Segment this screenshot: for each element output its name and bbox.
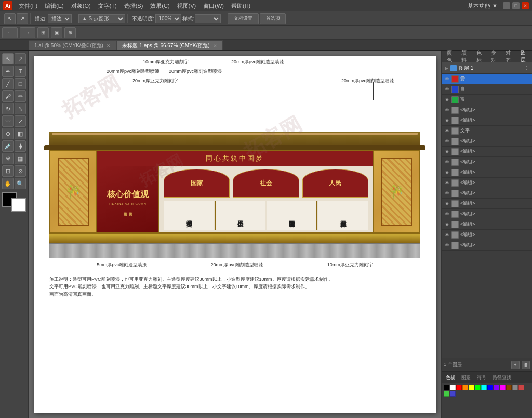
warp-tool[interactable]: 〰 bbox=[2, 115, 14, 127]
delete-layer-button[interactable]: 🗑 bbox=[522, 361, 530, 369]
layer-item-group9[interactable]: 👁 <编组> bbox=[442, 199, 532, 209]
menu-view[interactable]: 视图(V) bbox=[174, 1, 200, 11]
swatch-gray[interactable] bbox=[512, 385, 518, 390]
swatch-yellow[interactable] bbox=[469, 385, 474, 390]
free-transform[interactable]: ⤢ bbox=[15, 115, 26, 127]
cp-tab-swatches[interactable]: 色板 bbox=[444, 373, 457, 382]
selection-tool[interactable]: ↖ bbox=[4, 13, 16, 24]
opacity-select[interactable]: 100% bbox=[155, 14, 181, 23]
prefs-button[interactable]: 首选项 bbox=[260, 13, 286, 24]
layer-item-group8[interactable]: 👁 <编组> bbox=[442, 188, 532, 199]
tb2-btn4[interactable]: ▣ bbox=[51, 27, 62, 38]
brush-tool[interactable]: 🖌 bbox=[2, 90, 14, 102]
menu-effect[interactable]: 效果(C) bbox=[147, 1, 172, 11]
layer-visibility-toggle[interactable]: 👁 bbox=[444, 242, 450, 249]
scale-tool[interactable]: ⤡ bbox=[15, 103, 26, 114]
layer-visibility-toggle[interactable]: 👁 bbox=[444, 86, 450, 93]
layer-visibility-toggle[interactable]: 👁 bbox=[444, 107, 450, 113]
pencil-tool[interactable]: ✏ bbox=[15, 90, 26, 102]
tb2-btn5[interactable]: ⊕ bbox=[64, 27, 76, 38]
cp-tab-pattern[interactable]: 图案 bbox=[459, 373, 473, 382]
layer-expand-icon[interactable]: ▶ bbox=[445, 66, 448, 71]
layer-visibility-toggle[interactable]: 👁 bbox=[444, 169, 450, 176]
shape-builder[interactable]: ⊕ bbox=[2, 128, 14, 139]
layer-visibility-toggle[interactable]: 👁 bbox=[444, 76, 450, 82]
eyedropper-tool[interactable]: 💉 bbox=[2, 140, 14, 152]
swatch-blue[interactable] bbox=[487, 385, 493, 390]
layer-item-fu[interactable]: 👁 富 bbox=[442, 95, 532, 105]
layer-visibility-toggle[interactable]: 👁 bbox=[444, 190, 450, 197]
swatch-orange[interactable] bbox=[462, 385, 468, 390]
layer-item-group12[interactable]: 👁 <编组> bbox=[442, 230, 532, 240]
shape-select[interactable]: ▲ S 点圆形 bbox=[78, 14, 125, 23]
tab-2-close[interactable]: ✕ bbox=[213, 43, 217, 48]
hand-tool[interactable]: ✋ bbox=[2, 178, 14, 189]
cp-tab-pathfinder[interactable]: 路径查找 bbox=[490, 373, 513, 382]
zoom-tool[interactable]: 🔍 bbox=[15, 178, 26, 189]
layer-visibility-toggle[interactable]: 👁 bbox=[444, 149, 450, 155]
swatch-brown[interactable] bbox=[506, 385, 512, 390]
swatch-white[interactable] bbox=[450, 385, 456, 390]
layer-item-group3[interactable]: 👁 <编组> bbox=[442, 136, 532, 147]
tb2-btn1[interactable]: ← bbox=[2, 27, 18, 38]
artboard-tool[interactable]: ⊡ bbox=[2, 165, 14, 177]
blend-tool[interactable]: ⧫ bbox=[15, 140, 26, 152]
tb2-btn3[interactable]: ⊞ bbox=[37, 27, 49, 38]
layer-item-zi[interactable]: 👁 自 bbox=[442, 84, 532, 95]
column-graph[interactable]: ▦ bbox=[15, 153, 26, 164]
rect-tool[interactable]: □ bbox=[15, 78, 26, 89]
new-layer-button[interactable]: + bbox=[511, 361, 520, 369]
layer-item-group2[interactable]: 👁 <编组> bbox=[442, 115, 532, 126]
style-select[interactable] bbox=[195, 14, 221, 23]
canvas-area[interactable]: 拓客网 拓客网 拓客网 10mm厚亚克力雕刻字 20mm厚pvc雕刻造型喷漆 2… bbox=[29, 51, 441, 418]
swatch-red[interactable] bbox=[456, 385, 462, 390]
layer-options-icon[interactable]: ⋮ bbox=[524, 66, 529, 71]
workspace-selector[interactable]: 基本功能 ▼ bbox=[464, 1, 501, 11]
layer-item-wenzi[interactable]: 👁 文字 bbox=[442, 126, 532, 136]
layer-item-group11[interactable]: 👁 <编组> bbox=[442, 219, 532, 230]
menu-window[interactable]: 窗口(W) bbox=[200, 1, 227, 11]
menu-type[interactable]: 文字(T) bbox=[95, 1, 120, 11]
layer-visibility-toggle[interactable]: 👁 bbox=[444, 138, 450, 145]
layer-item-group6[interactable]: 👁 <编组> bbox=[442, 167, 532, 178]
slice-tool[interactable]: ⊘ bbox=[15, 165, 26, 177]
layer-visibility-toggle[interactable]: 👁 bbox=[444, 232, 450, 238]
swatch-purple[interactable] bbox=[494, 385, 499, 390]
minimize-button[interactable]: — bbox=[503, 2, 510, 9]
layer-item-group13[interactable]: 👁 <编组> bbox=[442, 240, 532, 251]
layer-item-group1[interactable]: 👁 <编组> bbox=[442, 105, 532, 115]
background-color[interactable] bbox=[11, 198, 26, 212]
select-tool[interactable]: ↖ bbox=[2, 53, 14, 64]
layer-item-group5[interactable]: 👁 <编组> bbox=[442, 157, 532, 167]
layer-visibility-toggle[interactable]: 👁 bbox=[444, 159, 450, 165]
tab-1-close[interactable]: ✕ bbox=[107, 43, 111, 48]
menu-select[interactable]: 选择(S) bbox=[121, 1, 147, 11]
close-button[interactable]: ✕ bbox=[522, 2, 529, 9]
layer-visibility-toggle[interactable]: 👁 bbox=[444, 97, 450, 103]
swatch-black[interactable] bbox=[444, 385, 449, 390]
layer-visibility-toggle[interactable]: 👁 bbox=[444, 211, 450, 217]
layer-item-group7[interactable]: 👁 <编组> bbox=[442, 178, 532, 188]
pen-tool[interactable]: ✒ bbox=[2, 66, 14, 77]
menu-file[interactable]: 文件(F) bbox=[16, 1, 41, 11]
tb2-btn2[interactable]: → bbox=[20, 27, 35, 38]
layer-visibility-toggle[interactable]: 👁 bbox=[444, 128, 450, 134]
direct-selection-tool[interactable]: ↗ bbox=[17, 13, 28, 24]
maximize-button[interactable]: □ bbox=[512, 2, 520, 9]
layer-item-ai[interactable]: 👁 爱 bbox=[442, 74, 532, 84]
layer-visibility-toggle[interactable]: 👁 bbox=[444, 117, 450, 124]
line-tool[interactable]: ╱ bbox=[2, 78, 14, 89]
tab-1[interactable]: 1.ai @ 50% (CMYK/叠印预览) ✕ bbox=[29, 40, 116, 50]
swatch-lightred[interactable] bbox=[518, 385, 524, 390]
swatch-lightgreen[interactable] bbox=[444, 391, 449, 397]
menu-help[interactable]: 帮助(H) bbox=[228, 1, 254, 11]
stroke-select[interactable]: 描边 bbox=[48, 14, 72, 23]
rotate-tool[interactable]: ↻ bbox=[2, 103, 14, 114]
type-tool[interactable]: T bbox=[15, 66, 26, 77]
cp-tab-symbol[interactable]: 符号 bbox=[475, 373, 488, 382]
layer-item-group4[interactable]: 👁 <编组> bbox=[442, 147, 532, 157]
layer-item-group10[interactable]: 👁 <编组> bbox=[442, 209, 532, 219]
direct-select-tool[interactable]: ↗ bbox=[15, 53, 26, 64]
gradient-tool[interactable]: ◧ bbox=[15, 128, 26, 139]
swatch-magenta[interactable] bbox=[500, 385, 506, 390]
